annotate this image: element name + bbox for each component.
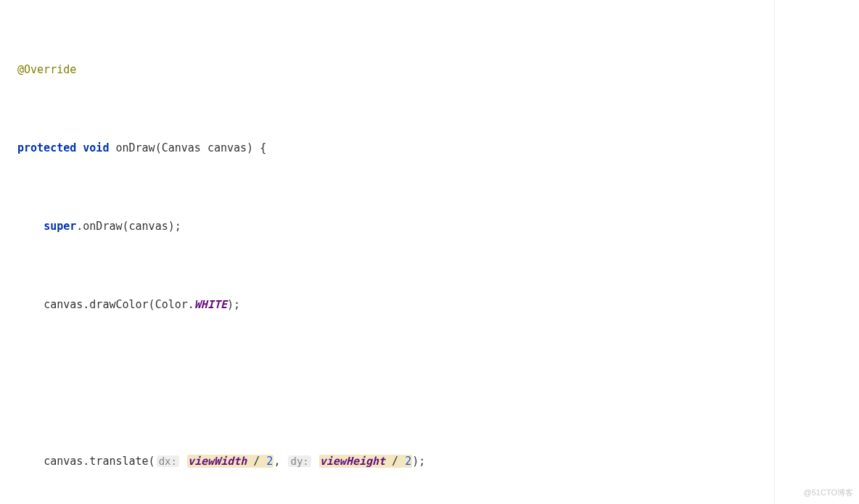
watermark: @51CTO博客 xyxy=(804,483,853,503)
code-line[interactable]: @Override xyxy=(17,60,859,80)
kw-protected: protected xyxy=(17,141,76,154)
kw-void: void xyxy=(83,141,109,154)
annotation-override: @Override xyxy=(17,63,76,76)
field-viewHeight: viewHeight xyxy=(320,455,385,468)
blank-line xyxy=(17,373,859,393)
code-line[interactable]: protected void onDraw(Canvas canvas) { xyxy=(17,139,859,158)
code-line[interactable]: canvas.translate(dx: viewWidth / 2, dy: … xyxy=(17,452,859,471)
text: .onDraw(canvas); xyxy=(76,220,181,233)
text: ); xyxy=(227,298,240,311)
code-line[interactable]: super.onDraw(canvas); xyxy=(17,217,859,236)
param-hint-dy: dy: xyxy=(288,455,311,467)
const-white: WHITE xyxy=(194,298,227,311)
kw-super: super xyxy=(44,220,76,233)
text: canvas.drawColor(Color. xyxy=(44,298,194,311)
code-area[interactable]: @Override protected void onDraw(Canvas c… xyxy=(0,0,859,504)
param-hint-dx: dx: xyxy=(157,455,179,467)
text: canvas.translate( xyxy=(44,455,155,468)
field-viewWidth: viewWidth xyxy=(188,455,247,468)
method-sig: onDraw(Canvas canvas) { xyxy=(115,141,266,154)
code-editor[interactable]: @Override protected void onDraw(Canvas c… xyxy=(0,0,859,504)
code-line[interactable]: canvas.drawColor(Color.WHITE); xyxy=(17,295,859,315)
